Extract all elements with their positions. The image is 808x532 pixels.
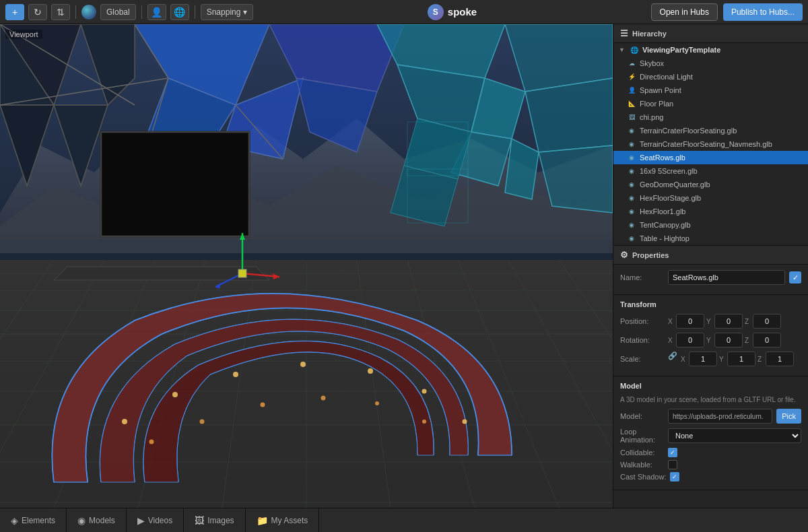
svg-marker-72 (215, 283, 221, 289)
open-in-hubs-button[interactable]: Open in Hubs (651, 3, 718, 21)
svg-marker-18 (451, 132, 512, 186)
global-label: Global (106, 7, 130, 17)
svg-point-54 (122, 419, 127, 424)
name-label: Name: (620, 273, 664, 281)
svg-line-50 (559, 260, 613, 508)
user-icon[interactable]: 👤 (147, 4, 166, 20)
global-mode-selector[interactable]: Global (100, 4, 136, 20)
hierarchy-item-geodome[interactable]: ◉GeoDomeQuarter.glb (613, 178, 808, 191)
scale-y-group: Y (719, 352, 755, 366)
elements-icon: ◈ (11, 515, 18, 526)
snapping-selector[interactable]: Snapping ▾ (201, 4, 254, 20)
name-section: Name: ✓ (613, 265, 808, 295)
item-icon: ◉ (627, 139, 636, 149)
item-icon: 🌐 (630, 45, 639, 55)
hierarchy-item-root[interactable]: ▼🌐ViewingPartyTemplate (613, 43, 808, 57)
svg-marker-19 (505, 139, 539, 199)
bottom-tab-myassets[interactable]: 📁My Assets (246, 508, 320, 532)
svg-point-60 (463, 420, 467, 424)
hierarchy-item-dirlight[interactable]: ⚡Directional Light (613, 70, 808, 84)
pick-button[interactable]: Pick (776, 409, 801, 424)
hierarchy-title: Hierarchy (632, 30, 667, 38)
item-label: ViewingPartyTemplate (642, 46, 720, 54)
viewport[interactable]: Viewport (0, 24, 613, 508)
item-label: Spawn Point (640, 86, 681, 94)
pos-z-input[interactable] (753, 314, 781, 329)
svg-marker-20 (539, 145, 613, 213)
properties-title: Properties (632, 251, 669, 259)
scale-y-input[interactable] (727, 352, 755, 366)
rot-z-label: Z (745, 337, 751, 344)
cast-shadow-label: Cast Shadow: (620, 473, 666, 481)
bottom-tab-elements[interactable]: ◈Elements (0, 508, 67, 532)
rot-x-input[interactable] (676, 333, 704, 347)
hierarchy-list: ▼🌐ViewingPartyTemplate☁Skybox⚡Directiona… (613, 43, 808, 245)
svg-marker-22 (391, 166, 458, 226)
visible-checkbox[interactable]: ✓ (789, 271, 801, 284)
loop-animation-select[interactable]: None (668, 428, 801, 443)
svg-marker-16 (471, 78, 525, 139)
main-area: Viewport ☰ Hierarchy ▼🌐ViewingPartyTempl… (0, 24, 808, 508)
item-label: Skybox (640, 59, 664, 67)
scale-x-input[interactable] (689, 352, 717, 366)
bottom-tab-models[interactable]: ◉Models (67, 508, 127, 532)
svg-rect-52 (101, 132, 249, 236)
pos-y-input[interactable] (714, 314, 743, 329)
item-icon: ◉ (627, 234, 636, 243)
svg-rect-51 (101, 132, 249, 236)
videos-label: Videos (148, 516, 172, 525)
hierarchy-item-seatrows[interactable]: ◉SeatRows.glb (613, 151, 808, 164)
rot-y-group: Y (706, 333, 743, 347)
publish-button[interactable]: Publish to Hubs... (723, 3, 803, 21)
scale-label: Scale: (620, 355, 664, 363)
svg-marker-70 (273, 273, 279, 279)
svg-line-71 (215, 273, 242, 287)
hierarchy-item-hexfloorstage[interactable]: ◉HexFloorStage.glb (613, 191, 808, 205)
svg-marker-9 (269, 24, 404, 92)
item-label: HexFloorStage.glb (640, 194, 701, 202)
rot-z-input[interactable] (753, 333, 781, 347)
walkable-label: Walkable: (620, 461, 664, 469)
bottom-tab-images[interactable]: 🖼Images (184, 508, 245, 532)
hierarchy-item-floorplan[interactable]: 📐Floor Plan (613, 97, 808, 110)
bottom-tab-videos[interactable]: ▶Videos (127, 508, 184, 532)
pos-x-input[interactable] (676, 314, 704, 329)
images-icon: 🖼 (195, 515, 204, 526)
scale-y-label: Y (719, 356, 726, 363)
item-label: chi.png (640, 113, 663, 121)
history-button[interactable]: ⇅ (51, 4, 70, 20)
hierarchy-item-skybox[interactable]: ☁Skybox (613, 57, 808, 70)
hierarchy-item-chipng[interactable]: 🖼chi.png (613, 110, 808, 124)
item-icon: 👤 (627, 86, 636, 95)
hierarchy-item-tablehightop[interactable]: ◉Table - Hightop (613, 232, 808, 245)
svg-marker-53 (54, 267, 269, 280)
svg-point-64 (321, 396, 326, 401)
hierarchy-item-screen[interactable]: ◉16x9 5Screen.glb (613, 164, 808, 178)
svg-rect-73 (238, 269, 246, 277)
hierarchy-item-spawn[interactable]: 👤Spawn Point (613, 84, 808, 97)
collidable-checkbox[interactable]: ✓ (668, 448, 677, 457)
svg-rect-23 (407, 122, 468, 176)
divider3 (195, 5, 195, 19)
svg-marker-1 (0, 119, 613, 240)
add-button[interactable]: + (5, 4, 24, 20)
cast-shadow-checkbox[interactable]: ✓ (670, 472, 679, 481)
hierarchy-item-tentcanopy[interactable]: ◉TentCanopy.glb (613, 218, 808, 232)
collidable-label: Collidable: (620, 448, 664, 457)
hierarchy-item-hexfloor1[interactable]: ◉HexFloor1.glb (613, 205, 808, 218)
item-label: TentCanopy.glb (640, 221, 691, 229)
model-url-input[interactable] (668, 409, 772, 424)
hierarchy-item-terrain1[interactable]: ◉TerrainCraterFloorSeating.glb (613, 124, 808, 137)
hierarchy-item-terrain2[interactable]: ◉TerrainCraterFloorSeating_Navmesh.glb (613, 137, 808, 151)
scale-z-input[interactable] (766, 352, 794, 366)
svg-line-29 (236, 105, 283, 159)
rot-z-group: Z (745, 333, 781, 347)
name-input[interactable] (668, 270, 785, 285)
refresh-button[interactable]: ↻ (28, 4, 47, 20)
walkable-checkbox[interactable] (668, 460, 677, 469)
item-icon: ⚡ (627, 72, 636, 81)
divider2 (141, 5, 142, 19)
item-label: HexFloor1.glb (640, 207, 685, 215)
globe-icon[interactable]: 🌐 (170, 4, 189, 20)
rot-y-input[interactable] (714, 333, 743, 347)
